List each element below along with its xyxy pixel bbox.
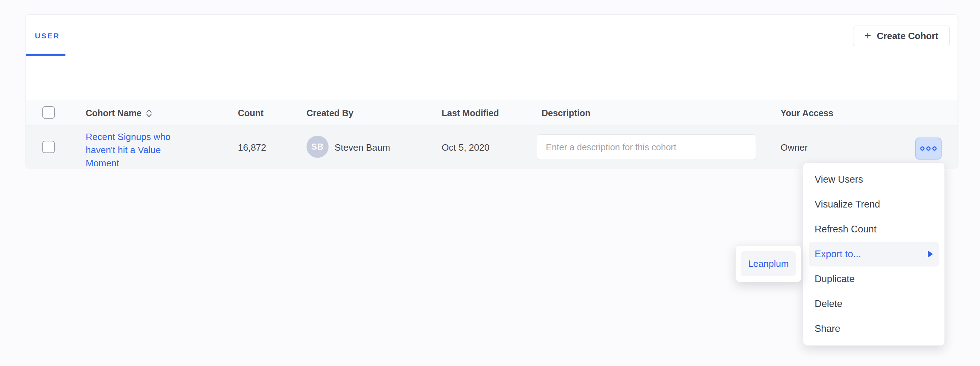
select-all-checkbox[interactable] <box>42 106 55 119</box>
create-cohort-label: Create Cohort <box>877 30 939 41</box>
menu-item-delete[interactable]: Delete <box>803 292 945 316</box>
last-modified-date: Oct 5, 2020 <box>442 142 489 153</box>
tab-user[interactable]: USER <box>35 32 60 40</box>
row-actions-menu: View Users Visualize Trend Refresh Count… <box>803 162 945 346</box>
table-row: Recent Signups who haven't hit a Value M… <box>26 125 958 168</box>
menu-item-view-users[interactable]: View Users <box>803 167 945 192</box>
tab-bar: USER + Create Cohort <box>26 14 958 56</box>
create-cohort-button[interactable]: + Create Cohort <box>853 25 950 46</box>
row-checkbox[interactable] <box>42 141 55 153</box>
kebab-icon <box>920 146 924 151</box>
column-header-description[interactable]: Description <box>542 108 591 118</box>
avatar: SB <box>307 136 329 158</box>
cohorts-panel: USER + Create Cohort 1 Results Filter by… <box>25 14 958 168</box>
created-by-name: Steven Baum <box>335 142 390 153</box>
cohort-count: 16,872 <box>238 142 266 153</box>
row-actions-kebab-button[interactable] <box>915 138 942 160</box>
cohort-name-link[interactable]: Recent Signups who haven't hit a Value M… <box>86 130 179 170</box>
menu-item-export-to[interactable]: Export to... <box>809 242 939 266</box>
kebab-icon <box>932 146 937 151</box>
description-input[interactable] <box>537 134 756 160</box>
menu-item-share[interactable]: Share <box>803 316 945 341</box>
menu-item-duplicate[interactable]: Duplicate <box>803 266 945 292</box>
column-header-cohort-name[interactable]: Cohort Name <box>86 108 152 118</box>
active-tab-underline <box>26 54 65 56</box>
menu-item-visualize-trend[interactable]: Visualize Trend <box>803 192 945 217</box>
filter-row: 1 Results Filter by Created By You All A… <box>26 56 958 100</box>
column-header-count[interactable]: Count <box>238 108 264 118</box>
plus-icon: + <box>864 30 871 41</box>
export-submenu: Leanplum <box>735 245 802 282</box>
cohort-name-header-label: Cohort Name <box>86 108 142 118</box>
table-header: Cohort Name Count Created By Last Modifi… <box>26 100 958 125</box>
column-header-created-by[interactable]: Created By <box>307 108 353 118</box>
sort-icon <box>146 109 152 118</box>
column-header-last-modified[interactable]: Last Modified <box>442 108 499 118</box>
export-to-label: Export to... <box>815 249 861 260</box>
column-header-your-access[interactable]: Your Access <box>781 108 834 118</box>
submenu-item-leanplum[interactable]: Leanplum <box>741 251 796 276</box>
kebab-icon <box>926 146 931 151</box>
access-level: Owner <box>781 142 808 153</box>
menu-item-refresh-count[interactable]: Refresh Count <box>803 217 945 242</box>
submenu-arrow-icon <box>928 250 933 258</box>
